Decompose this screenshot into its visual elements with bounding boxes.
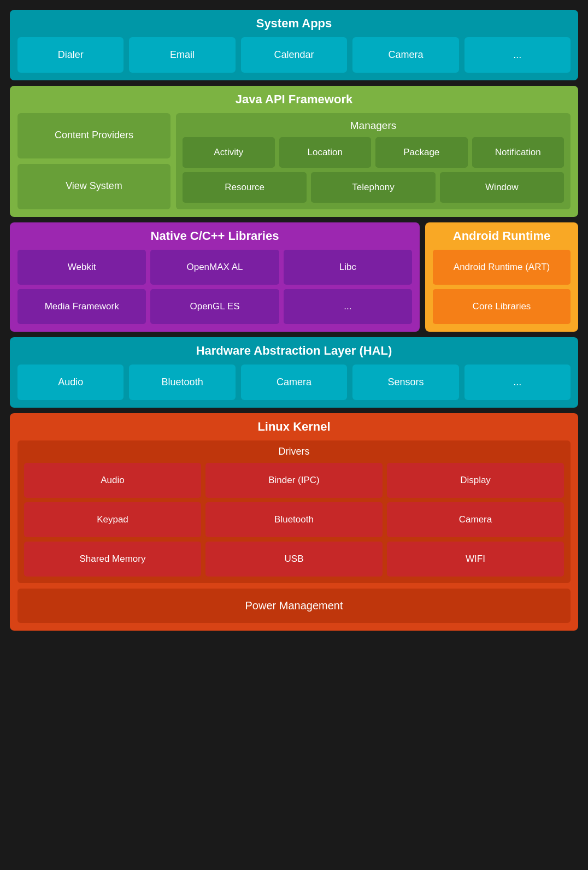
manager-notification: Notification — [472, 137, 565, 168]
native-libc: Libc — [284, 250, 412, 285]
hal-bluetooth: Bluetooth — [129, 365, 235, 400]
middle-row: Native C/C++ Libraries Webkit OpenMAX AL… — [10, 222, 578, 332]
driver-wifi: WIFI — [387, 542, 564, 577]
left-col: Content Providers View System — [17, 113, 170, 209]
drivers-section: Drivers Audio Binder (IPC) Display Keypa… — [17, 440, 571, 583]
drivers-row1: Audio Binder (IPC) Display — [24, 463, 564, 498]
app-more: ... — [464, 37, 571, 73]
drivers-title: Drivers — [24, 446, 564, 457]
driver-audio: Audio — [24, 463, 201, 498]
native-cpp-title: Native C/C++ Libraries — [17, 229, 412, 243]
managers-row1: Activity Location Package Notification — [183, 137, 564, 168]
android-runtime-title: Android Runtime — [433, 229, 571, 243]
manager-location: Location — [279, 137, 372, 168]
art-box: Android Runtime (ART) — [433, 250, 571, 285]
java-inner: Content Providers View System Managers A… — [17, 113, 571, 209]
hal-more: ... — [464, 365, 571, 400]
app-dialer: Dialer — [17, 37, 124, 73]
apps-row: Dialer Email Calendar Camera ... — [17, 37, 571, 73]
hal-title: Hardware Abstraction Layer (HAL) — [17, 344, 571, 358]
hal-audio: Audio — [17, 365, 124, 400]
manager-package: Package — [375, 137, 468, 168]
driver-shared-memory: Shared Memory — [24, 542, 201, 577]
native-opengl: OpenGL ES — [150, 289, 279, 324]
java-api-layer: Java API Framework Content Providers Vie… — [10, 86, 578, 217]
native-webkit: Webkit — [17, 250, 146, 285]
driver-binder: Binder (IPC) — [205, 463, 383, 498]
native-row2: Media Framework OpenGL ES ... — [17, 289, 412, 324]
power-management: Power Management — [17, 589, 571, 623]
managers-title: Managers — [183, 120, 564, 132]
driver-camera: Camera — [387, 502, 564, 537]
native-more: ... — [284, 289, 412, 324]
system-apps-title: System Apps — [17, 16, 571, 31]
java-api-title: Java API Framework — [17, 92, 571, 107]
content-providers: Content Providers — [17, 113, 170, 158]
hal-row: Audio Bluetooth Camera Sensors ... — [17, 365, 571, 400]
drivers-grid: Audio Binder (IPC) Display Keypad Blueto… — [24, 463, 564, 577]
app-camera: Camera — [352, 37, 458, 73]
hal-layer: Hardware Abstraction Layer (HAL) Audio B… — [10, 337, 578, 408]
manager-telephony: Telephony — [311, 172, 435, 203]
view-system: View System — [17, 164, 170, 209]
native-grid: Webkit OpenMAX AL Libc Media Framework O… — [17, 250, 412, 324]
system-apps-layer: System Apps Dialer Email Calendar Camera… — [10, 10, 578, 80]
drivers-row2: Keypad Bluetooth Camera — [24, 502, 564, 537]
manager-window: Window — [440, 172, 564, 203]
hal-sensors: Sensors — [352, 365, 458, 400]
driver-keypad: Keypad — [24, 502, 201, 537]
manager-resource: Resource — [183, 172, 307, 203]
driver-bluetooth: Bluetooth — [205, 502, 383, 537]
core-libraries-box: Core Libraries — [433, 289, 571, 324]
manager-activity: Activity — [183, 137, 275, 168]
driver-usb: USB — [205, 542, 383, 577]
managers-row2: Resource Telephony Window — [183, 172, 564, 203]
app-calendar: Calendar — [241, 37, 347, 73]
native-row1: Webkit OpenMAX AL Libc — [17, 250, 412, 285]
app-email: Email — [129, 37, 235, 73]
hal-camera: Camera — [241, 365, 347, 400]
art-grid: Android Runtime (ART) Core Libraries — [433, 250, 571, 324]
linux-kernel-layer: Linux Kernel Drivers Audio Binder (IPC) … — [10, 413, 578, 631]
drivers-row3: Shared Memory USB WIFI — [24, 542, 564, 577]
native-media: Media Framework — [17, 289, 146, 324]
native-openmax: OpenMAX AL — [150, 250, 279, 285]
managers-col: Managers Activity Location Package Notif… — [176, 113, 571, 209]
native-cpp-layer: Native C/C++ Libraries Webkit OpenMAX AL… — [10, 222, 420, 332]
driver-display: Display — [387, 463, 564, 498]
linux-kernel-title: Linux Kernel — [17, 420, 571, 434]
managers-grid: Activity Location Package Notification R… — [183, 137, 564, 203]
android-runtime-layer: Android Runtime Android Runtime (ART) Co… — [425, 222, 578, 332]
